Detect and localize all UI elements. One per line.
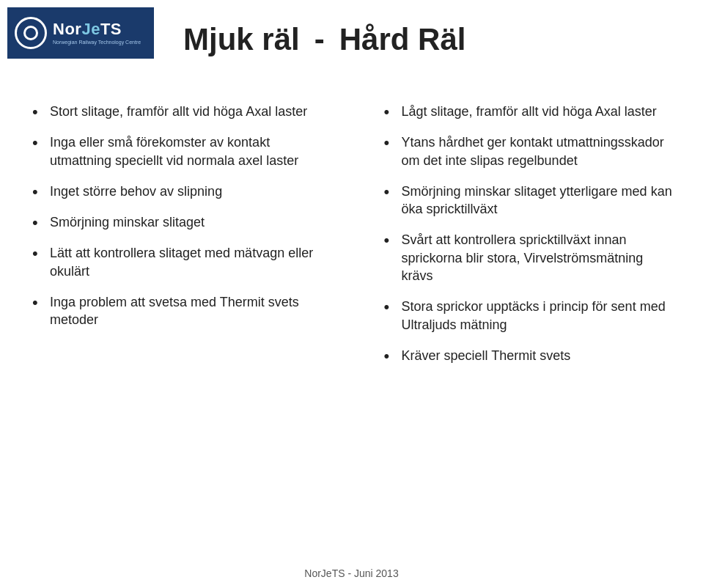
list-item: Svårt att kontrollera spricktillväxt inn…	[381, 231, 674, 284]
list-item: Stora sprickor upptäcks i princip för se…	[381, 298, 674, 334]
logo-title: NorJeTS	[53, 20, 141, 39]
right-bullet-list: Lågt slitage, framför allt vid höga Axal…	[381, 103, 674, 364]
list-item: Inget större behov av slipning	[29, 183, 323, 200]
logo: NorJeTS Norwegian Railway Technology Cen…	[7, 7, 154, 59]
right-column: Lågt slitage, framför allt vid höga Axal…	[367, 95, 689, 544]
logo-subtitle: Norwegian Railway Technology Centre	[53, 39, 141, 45]
page-title-area: Mjuk räl - Hård Räl	[183, 22, 688, 57]
list-item: Inga eller små förekomster av kontakt ut…	[29, 133, 323, 169]
content-area: Stort slitage, framför allt vid höga Axa…	[15, 95, 688, 544]
list-item: Smörjning minskar slitaget	[29, 213, 323, 231]
logo-je: Je	[81, 20, 100, 38]
footer: NorJeTS - Juni 2013	[0, 567, 703, 579]
logo-ts: TS	[100, 20, 122, 38]
list-item: Stort slitage, framför allt vid höga Axa…	[29, 103, 323, 120]
list-item: Smörjning minskar slitaget ytterligare m…	[381, 183, 674, 218]
list-item: Ytans hårdhet ger kontakt utmattningsska…	[381, 133, 674, 169]
title-right: Hård Räl	[339, 22, 466, 57]
title-left: Mjuk räl	[183, 22, 300, 57]
list-item: Lätt att kontrollera slitaget med mätvag…	[29, 244, 323, 280]
left-column: Stort slitage, framför allt vid höga Axa…	[15, 95, 337, 544]
list-item: Kräver speciell Thermit svets	[381, 347, 674, 364]
logo-text: NorJeTS Norwegian Railway Technology Cen…	[53, 20, 141, 45]
footer-text: NorJeTS - Juni 2013	[304, 567, 398, 579]
list-item: Inga problem att svetsa med Thermit svet…	[29, 293, 323, 329]
left-bullet-list: Stort slitage, framför allt vid höga Axa…	[29, 103, 323, 329]
title-dash: -	[314, 22, 325, 57]
logo-icon	[15, 17, 47, 49]
logo-icon-inner	[23, 26, 38, 40]
list-item: Lågt slitage, framför allt vid höga Axal…	[381, 103, 674, 120]
logo-nor: Nor	[53, 20, 81, 38]
